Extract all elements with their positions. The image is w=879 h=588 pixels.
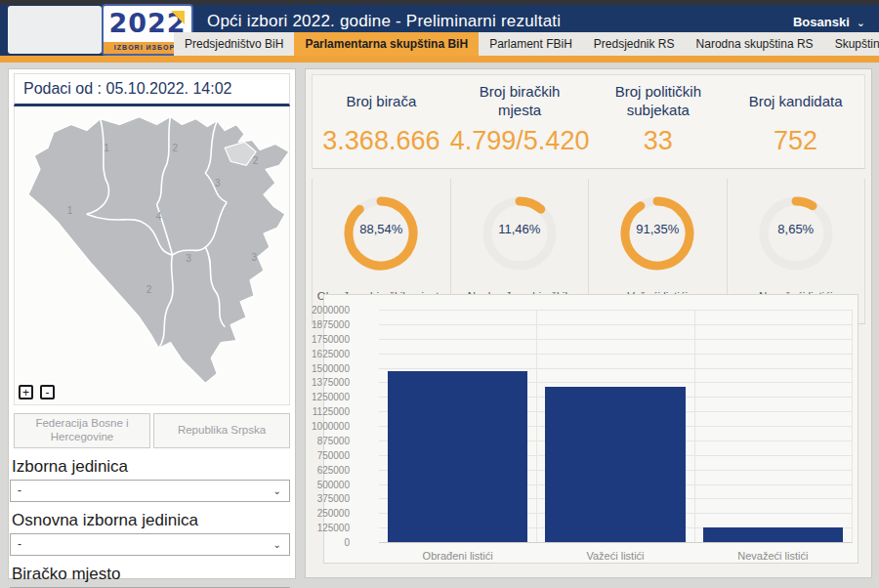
x-axis-category-label: Važeći listići <box>537 550 693 562</box>
y-axis-tick-label: 500000 <box>291 479 350 489</box>
nav-tabs: Predsjedništvo BiH Parlamentarna skupšti… <box>174 32 879 56</box>
page-title: Opći izbori 2022. godine - Preliminarni … <box>207 12 561 31</box>
stat-broj-politickih-subjekata: Broj političkih subjekata 33 <box>589 83 727 156</box>
y-axis-tick-label: 1125000 <box>291 406 350 417</box>
izborna-jedinica-select[interactable]: - ⌄ <box>10 480 290 502</box>
y-axis-tick-label: 1500000 <box>291 362 350 373</box>
tab-narodna-skupstina-rs[interactable]: Narodna skupština RS <box>686 32 824 56</box>
stat-value: 4.799/5.420 <box>450 126 590 156</box>
ballots-bar-chart: 0125000250000375000500000625000750000875… <box>323 294 858 564</box>
summary-stats: Broj birača 3.368.666 Broj biračkih mjes… <box>312 74 865 169</box>
gridline <box>379 339 852 340</box>
map-unit-number: 2 <box>253 154 259 165</box>
gridline <box>379 310 852 311</box>
gridline <box>379 354 852 355</box>
left-panel: Podaci od : 05.10.2022. 14:02 122314332 … <box>8 68 296 579</box>
map-unit-number: 3 <box>252 252 258 263</box>
stat-value: 752 <box>727 126 864 156</box>
map-unit-number: 2 <box>146 283 152 294</box>
federacija-bih-button[interactable]: Federacija Bosne i Hercegovine <box>14 413 150 448</box>
tab-predsjednik-rs[interactable]: Predsjednik RS <box>583 32 686 56</box>
gauge-percent: 91,35% <box>589 222 727 236</box>
category-divider-line <box>536 310 537 542</box>
stat-label: Broj biračkih mjesta <box>450 83 590 120</box>
osnovna-izborna-jedinica-value: - <box>18 537 21 551</box>
izborna-jedinica-label: Izborna jedinica <box>12 457 290 477</box>
bih-map-svg <box>15 106 291 403</box>
x-axis-category-label: Nevažeći listići <box>694 550 851 562</box>
gauge-percent: 11,46% <box>451 222 589 236</box>
y-axis-tick-label: 1875000 <box>291 318 350 329</box>
y-axis-tick-label: 750000 <box>291 449 350 460</box>
y-axis-tick-label: 250000 <box>291 508 350 519</box>
chevron-down-icon: ⌄ <box>857 17 865 28</box>
izborna-jedinica-value: - <box>18 483 21 497</box>
y-axis-tick-label: 1375000 <box>291 377 350 388</box>
stat-label: Broj političkih subjekata <box>589 83 727 120</box>
bar-chart-plot-area <box>379 310 853 543</box>
entity-buttons: Federacija Bosne i Hercegovine Republika… <box>14 413 290 448</box>
republika-srpska-button[interactable]: Republika Srpska <box>153 413 290 448</box>
bih-flag-triangle-icon <box>171 11 185 24</box>
stat-broj-birackih-mjesta: Broj biračkih mjesta 4.799/5.420 <box>450 83 590 156</box>
tab-parlament-fbih[interactable]: Parlament FBiH <box>479 32 583 56</box>
y-axis-tick-label: 875000 <box>291 435 350 445</box>
chevron-down-icon: ⌄ <box>273 481 281 501</box>
y-axis-tick-label: 1000000 <box>291 421 350 432</box>
map-zoom-controls: + - <box>19 385 55 399</box>
chevron-down-icon: ⌄ <box>273 534 281 555</box>
y-axis-tick-label: 125000 <box>291 523 350 533</box>
tab-skupstine-kantona-fbih[interactable]: Skupštine kantona u FBiH <box>824 32 879 56</box>
stat-broj-biraca: Broj birača 3.368.666 <box>313 83 450 156</box>
biracko-mjesto-label: Biračko mjesto <box>12 565 290 584</box>
map-zoom-out-button[interactable]: - <box>40 385 55 399</box>
stat-value: 33 <box>589 126 727 156</box>
map-unit-number: 2 <box>173 142 179 152</box>
data-timestamp: Podaci od : 05.10.2022. 14:02 <box>14 73 290 106</box>
map-zoom-in-button[interactable]: + <box>19 385 33 399</box>
gauge-percent: 88,54% <box>313 222 450 236</box>
y-axis-tick-label: 375000 <box>291 493 350 504</box>
y-axis-tick-label: 2000000 <box>291 305 350 315</box>
map-unit-number: 3 <box>215 178 221 189</box>
y-axis-tick-label: 1750000 <box>291 333 350 344</box>
accent-strip <box>0 56 879 63</box>
y-axis-tick-label: 1250000 <box>291 392 350 402</box>
map-unit-number: 1 <box>104 142 109 152</box>
bar-2 <box>545 387 685 542</box>
gridline <box>379 368 852 369</box>
gridline <box>379 324 852 325</box>
results-panel: Broj birača 3.368.666 Broj biračkih mjes… <box>305 68 872 578</box>
stat-value: 3.368.666 <box>313 126 450 156</box>
gauge-percent: 8,65% <box>728 222 865 236</box>
stat-broj-kandidata: Broj kandidata 752 <box>727 83 864 156</box>
y-axis-tick-label: 0 <box>291 537 350 548</box>
tab-parlamentarna-skupstina-bih[interactable]: Parlamentarna skupština BiH <box>294 32 479 56</box>
app-header: 2022 IZBORI ИЗБОРИ Opći izbori 2022. god… <box>0 5 879 56</box>
language-label: Bosanski <box>793 15 850 29</box>
tab-predsjednistvo-bih[interactable]: Predsjedništvo BiH <box>174 32 294 56</box>
map-unit-number: 1 <box>67 205 73 216</box>
bih-map[interactable]: 122314332 + - <box>14 106 290 405</box>
y-axis-tick-label: 625000 <box>291 464 350 475</box>
stat-label: Broj kandidata <box>727 83 864 120</box>
x-axis-category-label: Obrađeni listići <box>380 550 536 562</box>
osnovna-izborna-jedinica-select[interactable]: - ⌄ <box>10 533 290 556</box>
language-selector[interactable]: Bosanski⌄ <box>793 15 865 29</box>
header-blank-panel <box>8 6 102 54</box>
map-unit-number: 4 <box>156 211 162 222</box>
bar-3 <box>703 527 843 542</box>
osnovna-izborna-jedinica-label: Osnovna izborna jedinica <box>12 511 290 530</box>
stat-label: Broj birača <box>313 83 450 120</box>
bar-1 <box>388 371 527 542</box>
y-axis-tick-label: 1625000 <box>291 348 350 358</box>
map-unit-number: 3 <box>186 252 191 263</box>
category-divider-line <box>694 310 695 542</box>
